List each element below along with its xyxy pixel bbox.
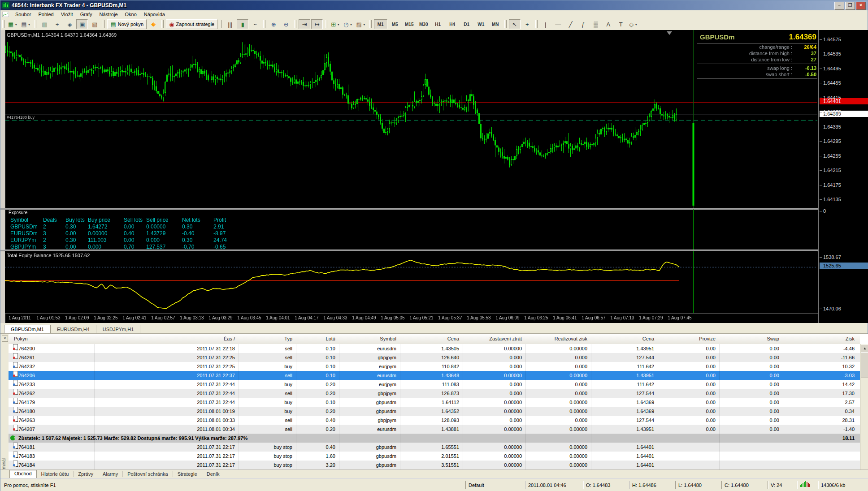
terminal-button[interactable]: ▣ xyxy=(76,19,88,29)
close-button[interactable]: × xyxy=(856,2,866,10)
column-header-pokyn[interactable]: Pokyn xyxy=(14,336,28,341)
menu-item-grafy[interactable]: Grafy xyxy=(77,11,96,17)
toolbar-grip[interactable] xyxy=(2,20,4,28)
timeframe-m5-button[interactable]: M5 xyxy=(388,19,402,29)
line-chart-button[interactable]: ~ xyxy=(249,19,261,29)
chart-tab-gbpusdm-m1[interactable]: GBPUSDm,M1 xyxy=(4,325,51,333)
column-header[interactable]: Realizovat zisk xyxy=(527,336,587,341)
minimize-button[interactable]: – xyxy=(834,2,844,10)
terminal-tab-po-tovn-schr-nka[interactable]: Poštovní schránka xyxy=(123,471,173,477)
shapes-button[interactable]: ◇▼ xyxy=(628,19,639,29)
text-label-button[interactable]: T xyxy=(615,19,627,29)
order-row[interactable]: 417642622011.07.31 22:44sell0.20gbpjpym1… xyxy=(9,389,860,398)
crosshair-button[interactable]: + xyxy=(521,19,533,29)
timeframe-m15-button[interactable]: M15 xyxy=(403,19,416,29)
terminal-tab-den-k[interactable]: Deník xyxy=(202,471,225,477)
terminal-tab-strategie[interactable]: Strategie xyxy=(173,471,202,477)
text-button[interactable]: A xyxy=(603,19,614,29)
templates-button[interactable]: ▨▼ xyxy=(355,19,367,29)
scrollbar-thumb[interactable] xyxy=(861,352,868,378)
order-row[interactable]: 417641832011.07.31 22:17buy stop1.60gbpu… xyxy=(9,452,860,461)
order-row[interactable]: 417641792011.07.31 22:44buy0.10gbpusdm1.… xyxy=(9,398,860,407)
chart-tab-eurusdm-h4[interactable]: EURUSDm,H4 xyxy=(51,325,96,333)
chart-tab-usdjpym-h1[interactable]: USDJPYm,H1 xyxy=(96,325,141,333)
order-commission: 0.00 xyxy=(660,425,716,434)
strategy-tester-button[interactable]: ▧ xyxy=(89,19,100,29)
time-axis[interactable]: 1 Aug 20111 Aug 01:531 Aug 02:091 Aug 02… xyxy=(5,313,818,323)
column-header[interactable]: Cena xyxy=(402,336,459,341)
chart-shift-button[interactable]: ↦ xyxy=(311,19,323,29)
column-header[interactable]: Èas / xyxy=(96,336,235,341)
timeframe-h4-button[interactable]: H4 xyxy=(446,19,459,29)
column-header[interactable]: Swap xyxy=(721,336,779,341)
bar-chart-button[interactable]: ||| xyxy=(224,19,236,29)
timeframe-d1-button[interactable]: D1 xyxy=(460,19,473,29)
column-header[interactable]: Zisk xyxy=(785,336,855,341)
terminal-scrollbar[interactable]: ▲ ▼ xyxy=(860,344,868,480)
autotrading-warning-button[interactable]: ◆! xyxy=(148,19,159,29)
indicators-button[interactable]: ⊞▼ xyxy=(330,19,341,29)
vertical-line-object[interactable] xyxy=(693,209,694,250)
column-header[interactable]: Symbol xyxy=(341,336,396,341)
title-bar[interactable]: 48544: Interbank FX Trader 4 - GBPUSDm,M… xyxy=(0,0,868,10)
order-row[interactable]: 417642062011.07.31 22:37sell0.10eurusdm1… xyxy=(9,371,860,380)
cycle-lines-button[interactable]: ▒ xyxy=(590,19,602,29)
menu-item-n-pov-da[interactable]: Nápovìda xyxy=(140,11,169,17)
timeframe-h1-button[interactable]: H1 xyxy=(431,19,445,29)
fibonacci-button[interactable]: ƒ xyxy=(577,19,589,29)
orders-table-header[interactable]: PokynÈas /TypLotùSymbolCenaZastavení ztr… xyxy=(9,334,860,345)
order-row[interactable]: 417641812011.07.31 22:17buy stop0.40gbpu… xyxy=(9,443,860,452)
main-chart-canvas[interactable] xyxy=(5,30,817,208)
terminal-tab-historie-tu[interactable]: Historie úètu xyxy=(37,471,74,477)
candlestick-chart-button[interactable]: ▮ xyxy=(237,19,248,29)
vertical-line-button[interactable]: | xyxy=(540,19,551,29)
terminal-tab-obchod[interactable]: Obchod xyxy=(9,470,37,478)
order-row[interactable]: 417642632011.08.01 00:33sell0.40gbpjpym1… xyxy=(9,416,860,425)
menu-item-vlo-it[interactable]: Vložit xyxy=(57,11,77,17)
column-header[interactable]: Provize xyxy=(660,336,716,341)
menu-item-pohled[interactable]: Pohled xyxy=(35,11,57,17)
timeframe-m30-button[interactable]: M30 xyxy=(417,19,430,29)
order-row[interactable]: 417641802011.08.01 00:19buy0.20gbpusdm1.… xyxy=(9,407,860,416)
balance-row[interactable]: ↑Zùstatek: 1 507.62 Majetek: 1 525.73 Ma… xyxy=(9,434,860,443)
profiles-button[interactable]: ▤▼ xyxy=(20,19,32,29)
order-row[interactable]: 417642612011.07.31 22:25sell0.10gbpjpym1… xyxy=(9,353,860,362)
price-axis[interactable]: 1.64401 1.64369 0 1538.67 1525.65 1470.0… xyxy=(818,30,868,323)
new-chart-button[interactable]: ▦▼ xyxy=(7,19,19,29)
navigator-button[interactable]: ◈ xyxy=(64,19,75,29)
order-row[interactable]: 417642322011.07.31 22:25buy0.10eurjpym11… xyxy=(9,362,860,371)
market-watch-button[interactable]: ▥ xyxy=(39,19,50,29)
chart-shift-marker[interactable] xyxy=(667,31,672,35)
timeframe-mn-button[interactable]: MN xyxy=(489,19,502,29)
column-header[interactable]: Cena xyxy=(593,336,654,341)
chart-window-icon[interactable] xyxy=(2,12,9,17)
horizontal-line-button[interactable]: — xyxy=(552,19,564,29)
new-order-button[interactable]: ▤Nový pokyn xyxy=(107,19,147,29)
menu-item-soubor[interactable]: Soubor xyxy=(12,11,35,17)
auto-scroll-button[interactable]: ⇥ xyxy=(299,19,310,29)
data-window-button[interactable]: + xyxy=(51,19,63,29)
cursor-button[interactable]: ↖ xyxy=(509,19,521,29)
menu-item-n-stroje[interactable]: Nástroje xyxy=(96,11,122,17)
column-header[interactable]: Zastavení ztrát xyxy=(464,336,522,341)
order-row[interactable]: 417641842011.07.31 22:17buy stop3.20gbpu… xyxy=(9,461,860,469)
terminal-tab-zpr-vy[interactable]: Zprávy xyxy=(74,471,98,477)
restore-button[interactable]: ❐ xyxy=(845,2,855,10)
column-header[interactable]: Lotù xyxy=(298,336,335,341)
enable-strategies-button[interactable]: ◉Zapnout strategie xyxy=(166,19,217,29)
equity-chart-canvas[interactable] xyxy=(5,251,817,313)
order-row[interactable]: 417642332011.07.31 22:44buy0.20eurjpym11… xyxy=(9,380,860,389)
terminal-tab-alarmy[interactable]: Alarmy xyxy=(98,471,123,477)
zoom-out-button[interactable]: ⊖ xyxy=(280,19,292,29)
scroll-up-icon[interactable]: ▲ xyxy=(861,345,868,353)
timeframe-m1-button[interactable]: M1 xyxy=(374,19,387,29)
zoom-in-button[interactable]: ⊕ xyxy=(268,19,279,29)
periods-button[interactable]: ◷▼ xyxy=(342,19,354,29)
order-row[interactable]: 417642002011.07.31 22:18sell0.10eurusdm1… xyxy=(9,344,860,353)
order-row[interactable]: 417642072011.08.01 00:34sell0.20eurusdm1… xyxy=(9,425,860,434)
menu-item-okno[interactable]: Okno xyxy=(122,11,140,17)
timeframe-w1-button[interactable]: W1 xyxy=(474,19,488,29)
terminal-close-button[interactable]: × xyxy=(2,336,8,342)
column-header[interactable]: Typ xyxy=(240,336,292,341)
trendline-button[interactable]: ╱ xyxy=(565,19,577,29)
